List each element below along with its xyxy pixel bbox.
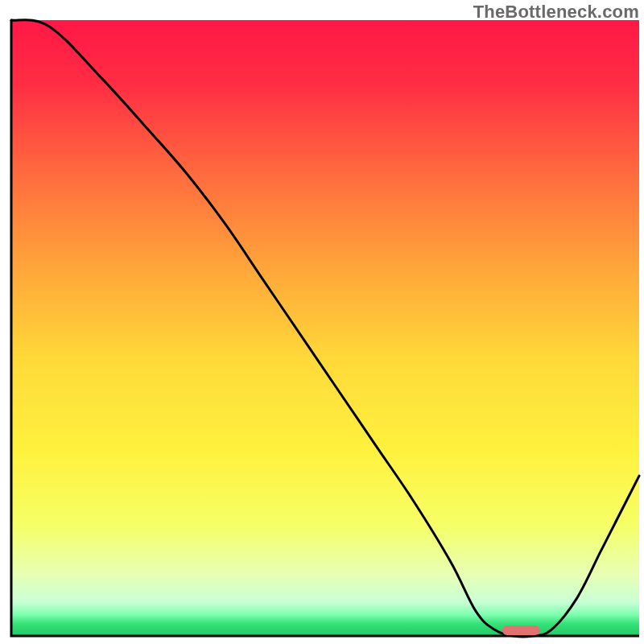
- optimal-marker: [502, 625, 540, 635]
- chart-svg: [0, 0, 644, 644]
- watermark-text: TheBottleneck.com: [473, 2, 639, 23]
- plot-background: [11, 20, 639, 636]
- bottleneck-chart: TheBottleneck.com: [0, 0, 644, 644]
